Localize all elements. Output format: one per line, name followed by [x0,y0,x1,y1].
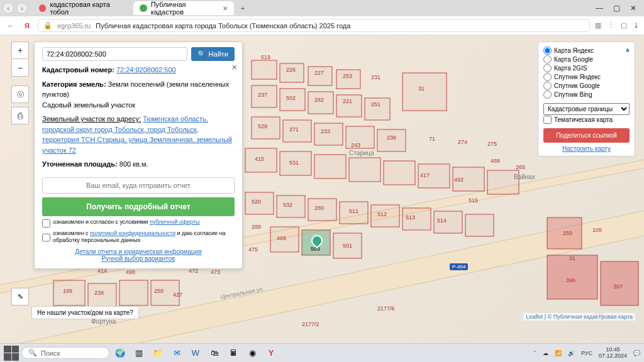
privacy-link[interactable]: политикой конфиденциальности [90,230,175,236]
tray-lang[interactable]: РУС [581,350,592,356]
parcel-label: 243 [351,142,360,148]
parcel-label: 258 [154,288,164,294]
parcel-label: 2177/2 [302,321,319,327]
map-viewport[interactable]: 519 226 227 253 231 31 237 502 282 221 2… [0,35,644,343]
cadastral-select[interactable]: Кадастровые границы [543,103,630,115]
close-panel-icon[interactable]: ✕ [231,63,237,72]
svg-rect-18 [384,161,415,185]
yandex-browser-icon[interactable]: Y [263,346,279,361]
back-button[interactable]: ← [5,20,16,31]
explorer-icon[interactable]: 📁 [150,346,166,361]
parcel-label: 515 [469,197,478,204]
tray-cloud-icon[interactable]: ☁ [543,350,548,356]
share-link-button[interactable]: Поделиться ссылкой [543,128,630,143]
taskbar-search[interactable]: 🔍 Поиск [21,347,109,359]
consent2-checkbox[interactable] [42,231,50,244]
parcel-label: 221 [343,98,352,104]
svg-rect-29 [465,214,494,236]
word-icon[interactable]: W [187,346,204,361]
tray-volume-icon[interactable]: 🔊 [568,350,575,356]
tab-inactive[interactable]: кадастровая карта тобол [33,1,133,15]
svg-rect-38 [88,283,116,309]
svg-rect-17 [349,158,380,182]
back-circle-icon[interactable]: ‹ [3,3,14,14]
close-icon[interactable]: ✕ [223,5,228,12]
maximize-icon[interactable]: ▢ [613,4,620,13]
place-label: Старица [349,150,374,156]
svg-rect-39 [119,280,148,305]
svg-rect-16 [314,155,346,178]
parcel-label: 231 [371,74,380,80]
parcel-label: 417 [420,172,430,178]
parcel-label: 520 [252,199,261,205]
window-close-icon[interactable]: ✕ [630,4,636,13]
tab-title: кадастровая карта тобол [50,1,127,16]
chrome-icon[interactable]: ◉ [244,346,260,361]
find-label: Найти [209,50,228,58]
layers-panel: ▲ Карта Яндекс Карта Google Карта 2GIS С… [538,41,635,156]
parcel-label: 473 [211,269,220,275]
start-button[interactable] [4,346,19,361]
parcel-label: 233 [321,128,330,134]
lock-icon: 🔒 [43,21,52,30]
tab-active[interactable]: Публичная кадастров ✕ [133,1,234,15]
browser-tab-bar: ‹ › кадастровая карта тобол Публичная ка… [0,0,644,16]
parcel-label: 288 [252,224,261,230]
parcel-label: 274 [458,139,467,145]
layer-google[interactable]: Карта Google [543,55,630,63]
email-field[interactable] [42,177,235,194]
parcel-label: 226 [286,67,296,73]
layer-sat-yandex[interactable]: Спутник Яндекс [543,73,630,81]
get-report-button[interactable]: Получить подробный отчет [42,197,235,216]
bookmarks-icon[interactable]: ▥ [595,21,601,30]
pkk-link[interactable]: Публичная кадастровая карта [553,314,633,320]
tray-chevron-icon[interactable]: ˄ [533,350,536,356]
outlook-icon[interactable]: ✉ [169,346,185,361]
leaflet-link[interactable]: Leaflet [526,314,543,320]
chevron-up-icon[interactable]: ▲ [625,46,631,53]
tab-title: Публичная кадастров [151,1,219,16]
url-input[interactable]: 🔒 egrp365.ru Публичная кадастровая карта… [38,19,590,32]
new-tab-button[interactable]: + [236,2,249,14]
menu-dots-icon[interactable]: ⋮ [608,21,614,30]
zoom-out-button[interactable]: − [11,59,29,77]
task-view-icon[interactable]: ▥ [131,346,147,361]
manual-link[interactable]: Ручной выбор вариантов [42,255,235,262]
details-link[interactable]: Детали отчета и юридическая информация [42,248,235,255]
layer-sat-bing[interactable]: Спутник Bing [543,90,630,99]
parcel-label: 282 [314,97,324,103]
zoom-in-button[interactable]: + [11,41,29,59]
print-button[interactable]: ⎙ [11,107,29,124]
parcel-label: 531 [289,160,299,166]
layer-yandex[interactable]: Карта Яндекс [543,47,630,55]
locate-button[interactable]: ⦾ [11,85,29,103]
download-icon[interactable]: ⤓ [633,21,639,30]
find-button[interactable]: 🔍 Найти [191,47,235,61]
minimize-icon[interactable]: — [596,4,603,13]
store-icon[interactable]: 🛍 [206,346,223,361]
offer-link[interactable]: публичной оферты [150,219,200,225]
cad-num-link[interactable]: 72:24:0208002:500 [116,66,176,74]
layer-sat-google[interactable]: Спутник Google [543,82,630,90]
yandex-logo-icon[interactable]: Я [21,20,33,31]
layer-2gis[interactable]: Карта 2GIS [543,64,630,72]
setup-map-link[interactable]: Настроить карту [543,145,630,152]
extensions-icon[interactable]: ▢ [621,21,627,30]
tray-wifi-icon[interactable]: 📶 [555,350,562,356]
cadastral-input[interactable] [42,47,187,61]
consent1-checkbox[interactable] [42,219,50,228]
notifications-icon[interactable]: 💬 [633,350,640,356]
not-found-prompt[interactable]: Не нашли участок/дом на карте? [31,306,139,319]
parcel-label: 237 [258,92,267,98]
edit-button[interactable]: ✎ [11,288,29,305]
widgets-icon[interactable]: 🌍 [112,346,128,361]
tray-date: 07.12.2024 [599,353,627,359]
parcel-label: 427 [173,292,182,298]
parcel-label: 529 [258,123,267,129]
place-label: Вайнах [514,173,535,180]
calc-icon[interactable]: 🖩 [225,346,242,361]
highway-shield: Р-404 [450,263,468,270]
svg-rect-33 [402,73,447,111]
tray-clock[interactable]: 10:45 07.12.2024 [599,347,627,359]
thematic-checkbox[interactable]: Тематическая карта [543,116,630,124]
